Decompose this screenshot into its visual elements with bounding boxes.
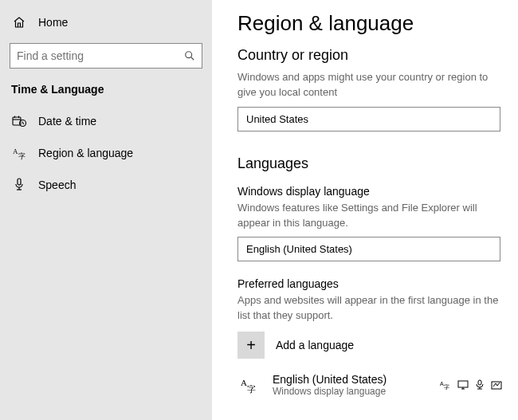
language-feature-badges: A字 — [440, 379, 502, 391]
sidebar-home-label: Home — [38, 16, 68, 29]
display-language-heading: Windows display language — [237, 185, 502, 198]
display-language-description: Windows features like Settings and File … — [237, 201, 502, 231]
sidebar-item-label: Speech — [38, 179, 76, 191]
svg-rect-21 — [478, 380, 481, 385]
language-item-sub: Windows display language — [273, 386, 387, 397]
add-language-label: Add a language — [276, 339, 354, 351]
language-item-name: English (United States) — [273, 373, 387, 386]
language-item[interactable]: A 字 English (United States) Windows disp… — [237, 373, 502, 397]
page-title: Region & language — [237, 11, 502, 36]
sidebar-item-speech[interactable]: Speech — [0, 169, 212, 201]
display-language-select[interactable]: English (United States) — [237, 237, 500, 261]
add-language-button[interactable]: + Add a language — [237, 332, 502, 359]
search-icon — [178, 50, 202, 61]
search-wrap — [0, 38, 212, 77]
svg-line-1 — [191, 57, 194, 61]
display-icon — [457, 379, 469, 391]
sidebar-category: Time & Language — [0, 77, 212, 105]
svg-text:A: A — [241, 378, 247, 387]
main-panel: Region & language Country or region Wind… — [212, 0, 518, 420]
sidebar-item-date-time[interactable]: Date & time — [0, 105, 212, 137]
sidebar: Home Time & Language Date & time A — [0, 0, 212, 420]
sidebar-item-region-language[interactable]: A 字 Region & language — [0, 137, 212, 169]
search-box[interactable] — [10, 43, 202, 69]
region-select[interactable]: United States — [237, 107, 500, 131]
language-item-icon: A 字 — [237, 376, 261, 394]
calendar-clock-icon — [11, 115, 27, 128]
microphone-icon — [11, 178, 27, 192]
sidebar-home[interactable]: Home — [0, 6, 212, 38]
section-heading-region: Country or region — [237, 47, 502, 64]
svg-rect-11 — [18, 179, 21, 185]
svg-text:字: 字 — [444, 384, 449, 390]
svg-point-0 — [186, 52, 192, 58]
sidebar-item-label: Date & time — [38, 115, 96, 128]
language-icon: A 字 — [11, 147, 27, 160]
search-input[interactable] — [10, 49, 178, 62]
preferred-languages-heading: Preferred languages — [237, 277, 502, 290]
svg-text:字: 字 — [247, 384, 256, 394]
svg-line-8 — [23, 124, 25, 124]
svg-text:字: 字 — [18, 152, 26, 160]
section-heading-languages: Languages — [237, 155, 502, 172]
preferred-languages-description: Apps and websites will appear in the fir… — [237, 293, 502, 324]
text-to-speech-icon: A字 — [440, 379, 451, 391]
svg-text:A: A — [13, 147, 18, 155]
plus-icon: + — [237, 332, 265, 359]
speech-icon — [475, 379, 485, 391]
sidebar-item-label: Region & language — [38, 147, 133, 159]
display-language-value: English (United States) — [246, 243, 352, 255]
region-select-value: United States — [246, 113, 308, 125]
svg-rect-18 — [458, 381, 468, 387]
language-item-text: English (United States) Windows display … — [273, 373, 387, 397]
home-icon — [11, 16, 27, 29]
handwriting-icon — [491, 379, 502, 391]
region-description: Windows and apps might use your country … — [237, 70, 502, 100]
